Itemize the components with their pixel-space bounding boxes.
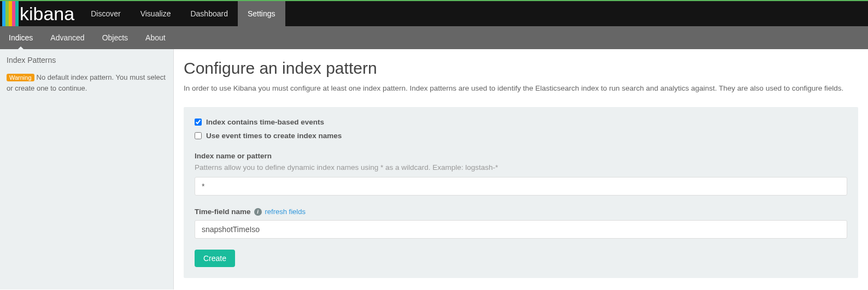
time-field-select[interactable]: snapshotTimeIso <box>195 220 847 239</box>
tab-objects[interactable]: Objects <box>93 26 137 49</box>
brand-logo[interactable]: kibana <box>0 1 81 26</box>
page-description: In order to use Kibana you must configur… <box>184 83 858 94</box>
nav-settings[interactable]: Settings <box>238 1 285 26</box>
brand-text: kibana <box>20 3 74 25</box>
refresh-fields-link[interactable]: refresh fields <box>265 208 306 216</box>
page-title: Configure an index pattern <box>184 59 858 78</box>
index-name-input[interactable] <box>195 177 847 196</box>
time-field-label: Time-field name <box>195 208 251 216</box>
nav-visualize[interactable]: Visualize <box>131 1 181 26</box>
sidebar-title: Index Patterns <box>7 56 167 64</box>
time-field-row: Time-field name i refresh fields <box>195 208 847 216</box>
main-content: Configure an index pattern In order to u… <box>174 49 868 289</box>
warning-badge: Warning <box>7 74 34 81</box>
time-based-checkbox[interactable] <box>195 119 202 126</box>
content-row: Index Patterns WarningNo default index p… <box>0 49 868 289</box>
sidebar-warning: WarningNo default index pattern. You mus… <box>7 72 167 93</box>
event-times-row: Use event times to create index names <box>195 132 847 140</box>
event-times-label[interactable]: Use event times to create index names <box>206 132 342 140</box>
index-name-hint: Patterns allow you to define dynamic ind… <box>195 163 847 171</box>
settings-subnav: Indices Advanced Objects About <box>0 26 868 49</box>
event-times-checkbox[interactable] <box>195 132 202 139</box>
brand-stripes <box>2 1 19 26</box>
info-icon[interactable]: i <box>254 208 262 216</box>
tab-about[interactable]: About <box>137 26 174 49</box>
top-nav-list: Discover Visualize Dashboard Settings <box>81 1 285 26</box>
time-based-label[interactable]: Index contains time-based events <box>206 118 324 126</box>
create-button[interactable]: Create <box>195 250 235 267</box>
index-pattern-form: Index contains time-based events Use eve… <box>184 107 858 278</box>
nav-dashboard[interactable]: Dashboard <box>180 1 238 26</box>
top-navbar: kibana Discover Visualize Dashboard Sett… <box>0 1 868 26</box>
sidebar: Index Patterns WarningNo default index p… <box>0 49 174 289</box>
index-name-label: Index name or pattern <box>195 152 847 160</box>
tab-advanced[interactable]: Advanced <box>42 26 93 49</box>
time-field-value: snapshotTimeIso <box>202 225 260 234</box>
nav-discover[interactable]: Discover <box>81 1 130 26</box>
tab-indices[interactable]: Indices <box>0 26 42 49</box>
time-based-row: Index contains time-based events <box>195 118 847 126</box>
